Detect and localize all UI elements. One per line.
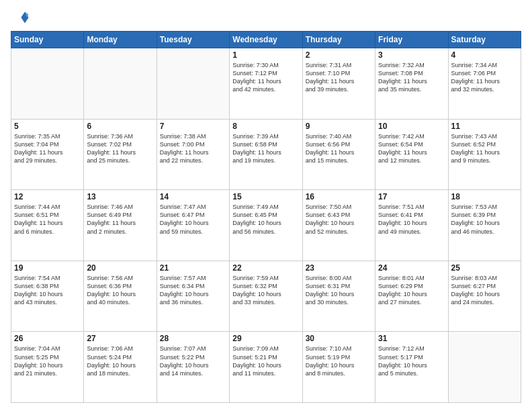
calendar-cell: 11Sunrise: 7:43 AM Sunset: 6:52 PM Dayli… (448, 119, 521, 190)
day-number: 30 (306, 334, 372, 343)
calendar-cell (157, 48, 229, 120)
calendar-cell: 24Sunrise: 8:01 AM Sunset: 6:29 PM Dayli… (375, 261, 448, 332)
day-number: 18 (451, 192, 518, 201)
calendar-cell: 25Sunrise: 8:03 AM Sunset: 6:27 PM Dayli… (448, 261, 521, 332)
calendar-cell: 10Sunrise: 7:42 AM Sunset: 6:54 PM Dayli… (375, 119, 448, 190)
cell-info: Sunrise: 7:46 AM Sunset: 6:49 PM Dayligh… (87, 203, 153, 236)
col-header-saturday: Saturday (448, 32, 521, 48)
calendar-cell: 20Sunrise: 7:56 AM Sunset: 6:36 PM Dayli… (84, 261, 157, 332)
cell-info: Sunrise: 7:12 AM Sunset: 5:17 PM Dayligh… (378, 345, 445, 377)
col-header-wednesday: Wednesday (230, 32, 302, 48)
week-row-0: 1Sunrise: 7:30 AM Sunset: 7:12 PM Daylig… (11, 48, 521, 120)
calendar-cell: 21Sunrise: 7:57 AM Sunset: 6:34 PM Dayli… (157, 261, 229, 332)
day-number: 22 (232, 263, 299, 273)
cell-info: Sunrise: 7:10 AM Sunset: 5:19 PM Dayligh… (306, 345, 372, 377)
col-header-tuesday: Tuesday (157, 32, 229, 48)
col-header-sunday: Sunday (11, 32, 84, 48)
day-number: 14 (160, 192, 226, 201)
calendar-cell: 31Sunrise: 7:12 AM Sunset: 5:17 PM Dayli… (375, 332, 448, 403)
day-number: 6 (87, 122, 153, 131)
calendar-cell: 22Sunrise: 7:59 AM Sunset: 6:32 PM Dayli… (230, 261, 302, 332)
calendar-cell (11, 48, 84, 120)
calendar-cell: 17Sunrise: 7:51 AM Sunset: 6:41 PM Dayli… (375, 190, 448, 261)
day-number: 16 (306, 192, 372, 201)
day-number: 13 (87, 192, 153, 201)
calendar-cell: 7Sunrise: 7:38 AM Sunset: 7:00 PM Daylig… (157, 119, 229, 190)
cell-info: Sunrise: 7:34 AM Sunset: 7:06 PM Dayligh… (451, 61, 518, 94)
week-row-1: 5Sunrise: 7:35 AM Sunset: 7:04 PM Daylig… (11, 119, 521, 190)
header-row: SundayMondayTuesdayWednesdayThursdayFrid… (11, 32, 521, 48)
col-header-friday: Friday (375, 32, 448, 48)
calendar-cell (84, 48, 157, 120)
cell-info: Sunrise: 7:54 AM Sunset: 6:38 PM Dayligh… (14, 274, 81, 307)
calendar-cell (448, 332, 521, 403)
col-header-monday: Monday (84, 32, 157, 48)
day-number: 15 (232, 192, 299, 201)
cell-info: Sunrise: 7:50 AM Sunset: 6:43 PM Dayligh… (306, 203, 372, 236)
day-number: 5 (14, 122, 81, 131)
day-number: 21 (160, 263, 226, 273)
day-number: 8 (232, 122, 299, 131)
day-number: 11 (451, 122, 518, 131)
calendar-cell: 28Sunrise: 7:07 AM Sunset: 5:22 PM Dayli… (157, 332, 229, 403)
cell-info: Sunrise: 8:03 AM Sunset: 6:27 PM Dayligh… (451, 274, 518, 307)
calendar-cell: 12Sunrise: 7:44 AM Sunset: 6:51 PM Dayli… (11, 190, 84, 261)
cell-info: Sunrise: 7:38 AM Sunset: 7:00 PM Dayligh… (160, 132, 226, 165)
cell-info: Sunrise: 7:07 AM Sunset: 5:22 PM Dayligh… (160, 345, 226, 377)
cell-info: Sunrise: 7:59 AM Sunset: 6:32 PM Dayligh… (232, 274, 299, 307)
logo (11, 8, 32, 27)
calendar-cell: 3Sunrise: 7:32 AM Sunset: 7:08 PM Daylig… (375, 48, 448, 120)
day-number: 28 (160, 334, 226, 343)
week-row-3: 19Sunrise: 7:54 AM Sunset: 6:38 PM Dayli… (11, 261, 521, 332)
day-number: 7 (160, 122, 226, 131)
svg-marker-0 (21, 12, 28, 24)
cell-info: Sunrise: 8:01 AM Sunset: 6:29 PM Dayligh… (378, 274, 445, 307)
cell-info: Sunrise: 7:47 AM Sunset: 6:47 PM Dayligh… (160, 203, 226, 236)
cell-info: Sunrise: 7:32 AM Sunset: 7:08 PM Dayligh… (378, 61, 445, 94)
calendar-cell: 15Sunrise: 7:49 AM Sunset: 6:45 PM Dayli… (230, 190, 302, 261)
cell-info: Sunrise: 7:49 AM Sunset: 6:45 PM Dayligh… (232, 203, 299, 236)
cell-info: Sunrise: 7:53 AM Sunset: 6:39 PM Dayligh… (451, 203, 518, 236)
calendar-cell: 23Sunrise: 8:00 AM Sunset: 6:31 PM Dayli… (302, 261, 375, 332)
cell-info: Sunrise: 7:09 AM Sunset: 5:21 PM Dayligh… (232, 345, 299, 377)
day-number: 17 (378, 192, 445, 201)
cell-info: Sunrise: 7:06 AM Sunset: 5:24 PM Dayligh… (87, 345, 153, 377)
day-number: 24 (378, 263, 445, 273)
calendar-cell: 30Sunrise: 7:10 AM Sunset: 5:19 PM Dayli… (302, 332, 375, 403)
calendar-table: SundayMondayTuesdayWednesdayThursdayFrid… (11, 31, 521, 403)
header (11, 8, 521, 27)
cell-info: Sunrise: 7:04 AM Sunset: 5:25 PM Dayligh… (14, 345, 81, 377)
day-number: 27 (87, 334, 153, 343)
week-row-4: 26Sunrise: 7:04 AM Sunset: 5:25 PM Dayli… (11, 332, 521, 403)
day-number: 2 (306, 50, 372, 60)
day-number: 19 (14, 263, 81, 273)
calendar-cell: 1Sunrise: 7:30 AM Sunset: 7:12 PM Daylig… (230, 48, 302, 120)
day-number: 12 (14, 192, 81, 201)
cell-info: Sunrise: 7:56 AM Sunset: 6:36 PM Dayligh… (87, 274, 153, 307)
cell-info: Sunrise: 7:35 AM Sunset: 7:04 PM Dayligh… (14, 132, 81, 165)
calendar-cell: 18Sunrise: 7:53 AM Sunset: 6:39 PM Dayli… (448, 190, 521, 261)
cell-info: Sunrise: 7:30 AM Sunset: 7:12 PM Dayligh… (232, 61, 299, 94)
calendar-cell: 9Sunrise: 7:40 AM Sunset: 6:56 PM Daylig… (302, 119, 375, 190)
calendar-cell: 13Sunrise: 7:46 AM Sunset: 6:49 PM Dayli… (84, 190, 157, 261)
calendar-cell: 2Sunrise: 7:31 AM Sunset: 7:10 PM Daylig… (302, 48, 375, 120)
day-number: 4 (451, 50, 518, 60)
day-number: 9 (306, 122, 372, 131)
cell-info: Sunrise: 7:31 AM Sunset: 7:10 PM Dayligh… (306, 61, 372, 94)
day-number: 3 (378, 50, 445, 60)
logo-icon (11, 8, 30, 27)
calendar-cell: 6Sunrise: 7:36 AM Sunset: 7:02 PM Daylig… (84, 119, 157, 190)
cell-info: Sunrise: 7:51 AM Sunset: 6:41 PM Dayligh… (378, 203, 445, 236)
cell-info: Sunrise: 7:43 AM Sunset: 6:52 PM Dayligh… (451, 132, 518, 165)
day-number: 10 (378, 122, 445, 131)
week-row-2: 12Sunrise: 7:44 AM Sunset: 6:51 PM Dayli… (11, 190, 521, 261)
page: SundayMondayTuesdayWednesdayThursdayFrid… (0, 0, 532, 411)
calendar-cell: 8Sunrise: 7:39 AM Sunset: 6:58 PM Daylig… (230, 119, 302, 190)
cell-info: Sunrise: 7:39 AM Sunset: 6:58 PM Dayligh… (232, 132, 299, 165)
cell-info: Sunrise: 7:40 AM Sunset: 6:56 PM Dayligh… (306, 132, 372, 165)
day-number: 26 (14, 334, 81, 343)
cell-info: Sunrise: 7:44 AM Sunset: 6:51 PM Dayligh… (14, 203, 81, 236)
cell-info: Sunrise: 7:57 AM Sunset: 6:34 PM Dayligh… (160, 274, 226, 307)
calendar-cell: 5Sunrise: 7:35 AM Sunset: 7:04 PM Daylig… (11, 119, 84, 190)
day-number: 1 (232, 50, 299, 60)
